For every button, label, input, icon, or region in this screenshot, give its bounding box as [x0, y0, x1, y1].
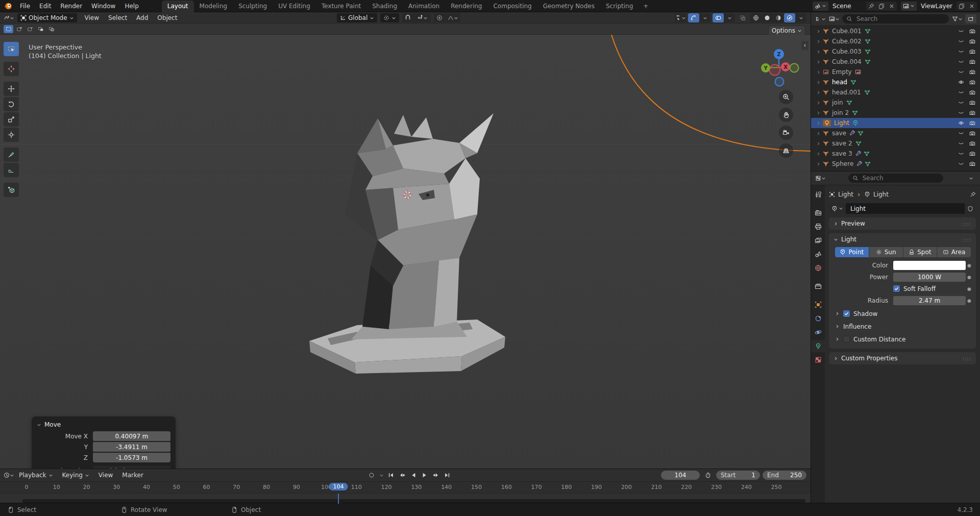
- nav-zoom-button[interactable]: [779, 90, 793, 104]
- expand-icon[interactable]: [816, 101, 821, 105]
- move-y-field[interactable]: -3.4911 m: [93, 442, 170, 452]
- viewport-menu-add[interactable]: Add: [132, 12, 153, 24]
- outliner-item-head-001[interactable]: head.001: [811, 87, 980, 97]
- timeline-menu-view[interactable]: View: [94, 469, 117, 481]
- outliner-item-cube-004[interactable]: Cube.004: [811, 57, 980, 67]
- gizmo-dropdown[interactable]: [699, 13, 710, 22]
- select-mode-intersect[interactable]: [46, 25, 56, 33]
- object-name[interactable]: head.001: [832, 89, 861, 96]
- disable-render-toggle[interactable]: [968, 28, 977, 34]
- outliner-item-light[interactable]: Light: [811, 118, 980, 128]
- proportional-editing-toggle[interactable]: [434, 13, 445, 22]
- viewport-menu-view[interactable]: View: [80, 12, 104, 24]
- object-name[interactable]: Cube.002: [832, 38, 862, 45]
- object-name[interactable]: Empty: [832, 68, 852, 76]
- object-name[interactable]: Cube.001: [832, 28, 862, 35]
- hide-viewport-toggle[interactable]: [957, 161, 966, 167]
- snap-to-dropdown[interactable]: [413, 13, 431, 22]
- properties-tab-texture[interactable]: [811, 354, 825, 366]
- expand-icon[interactable]: [816, 70, 821, 75]
- light-type-sun-button[interactable]: Sun: [869, 247, 903, 257]
- disable-render-toggle[interactable]: [968, 110, 977, 116]
- outliner-item-save-2[interactable]: save 2: [811, 138, 980, 149]
- light-name-field[interactable]: Light: [846, 203, 965, 214]
- object-name[interactable]: save 3: [832, 150, 852, 157]
- workspace-tab-scripting[interactable]: Scripting: [600, 1, 639, 12]
- hide-viewport-toggle[interactable]: [957, 28, 966, 34]
- shading-rendered-button[interactable]: [784, 13, 795, 22]
- play-button[interactable]: [420, 471, 430, 480]
- shading-dropdown[interactable]: [795, 13, 806, 22]
- object-name[interactable]: head: [832, 79, 847, 86]
- animate-dot[interactable]: ●: [966, 263, 973, 268]
- properties-tab-constraints[interactable]: [811, 312, 825, 325]
- properties-search[interactable]: [848, 174, 943, 183]
- expand-icon[interactable]: [816, 111, 821, 115]
- preview-panel-header[interactable]: Preview ::::: [829, 217, 976, 230]
- workspace-tab-animation[interactable]: Animation: [403, 1, 445, 12]
- object-name[interactable]: Light: [834, 119, 849, 127]
- hide-viewport-toggle[interactable]: [957, 110, 966, 116]
- soft-falloff-checkbox[interactable]: Soft Falloff: [893, 285, 966, 292]
- disable-render-toggle[interactable]: [968, 100, 977, 106]
- move-panel-header[interactable]: Move: [37, 419, 170, 430]
- hide-viewport-toggle[interactable]: [957, 120, 966, 126]
- disable-render-toggle[interactable]: [968, 69, 977, 75]
- xray-toggle[interactable]: [737, 13, 748, 22]
- workspace-tab-rendering[interactable]: Rendering: [445, 1, 487, 12]
- playhead[interactable]: 104: [329, 483, 348, 490]
- expand-icon[interactable]: [816, 141, 821, 146]
- disable-render-toggle[interactable]: [968, 130, 977, 136]
- outliner-item-join-2[interactable]: join 2: [811, 108, 980, 118]
- hide-viewport-toggle[interactable]: [957, 151, 966, 157]
- timeline-menu-marker[interactable]: Marker: [117, 469, 148, 481]
- disable-render-toggle[interactable]: [968, 120, 977, 126]
- fake-user-shield-button[interactable]: [965, 203, 976, 214]
- nav-grid-button[interactable]: [779, 143, 793, 158]
- expand-icon[interactable]: [816, 152, 821, 156]
- outliner-filter-id-dropdown[interactable]: [828, 14, 840, 23]
- tool-move-button[interactable]: [4, 82, 19, 96]
- disable-render-toggle[interactable]: [968, 140, 977, 146]
- radius-field[interactable]: 2.47 m: [893, 296, 966, 305]
- animate-dot[interactable]: ●: [966, 275, 973, 280]
- disable-render-toggle[interactable]: [968, 89, 977, 95]
- disable-render-toggle[interactable]: [968, 38, 977, 44]
- sidebar-collapse-button[interactable]: [801, 41, 808, 50]
- select-mode-extend[interactable]: [14, 25, 24, 33]
- workspace-tab-compositing[interactable]: Compositing: [487, 1, 537, 12]
- pivot-point-dropdown[interactable]: [380, 13, 399, 22]
- menu-help[interactable]: Help: [120, 0, 143, 12]
- animate-dot[interactable]: ●: [966, 286, 973, 291]
- subpanel-custom-distance[interactable]: Custom Distance: [829, 333, 976, 346]
- outliner-filter-button[interactable]: [951, 14, 963, 23]
- shading-solid-button[interactable]: [762, 13, 773, 22]
- breadcrumb-object[interactable]: Light: [838, 191, 853, 198]
- tool-annotate-button[interactable]: [4, 148, 19, 162]
- show-gizmo-toggle[interactable]: [688, 13, 699, 22]
- timeline-track[interactable]: [0, 494, 811, 504]
- workspace-tab-geometry-nodes[interactable]: Geometry Nodes: [537, 1, 600, 12]
- hide-viewport-toggle[interactable]: [957, 38, 966, 44]
- disable-render-toggle[interactable]: [968, 48, 977, 55]
- properties-tab-world[interactable]: [811, 262, 825, 274]
- select-mode-set[interactable]: [4, 25, 13, 33]
- hide-viewport-toggle[interactable]: [957, 100, 966, 106]
- subpanel-influence[interactable]: Influence: [829, 320, 976, 333]
- menu-file[interactable]: File: [15, 0, 35, 12]
- frame-end-field[interactable]: End250: [763, 471, 806, 480]
- select-mode-invert[interactable]: [36, 25, 45, 33]
- color-swatch[interactable]: [893, 261, 966, 270]
- properties-tab-object[interactable]: [811, 299, 825, 311]
- object-name[interactable]: Cube.004: [832, 58, 862, 65]
- hide-viewport-toggle[interactable]: [957, 59, 966, 65]
- timeline-scrollbar[interactable]: [22, 499, 805, 503]
- outliner-item-save[interactable]: save: [811, 128, 980, 138]
- jump-to-start-button[interactable]: [386, 471, 396, 480]
- workspace-tab-sculpting[interactable]: Sculpting: [233, 1, 273, 12]
- nav-pan-button[interactable]: [779, 108, 793, 122]
- jump-to-end-button[interactable]: [442, 471, 452, 480]
- outliner-item-cube-001[interactable]: Cube.001: [811, 26, 980, 36]
- outliner-search[interactable]: [842, 14, 949, 23]
- power-field[interactable]: 1000 W: [893, 273, 966, 282]
